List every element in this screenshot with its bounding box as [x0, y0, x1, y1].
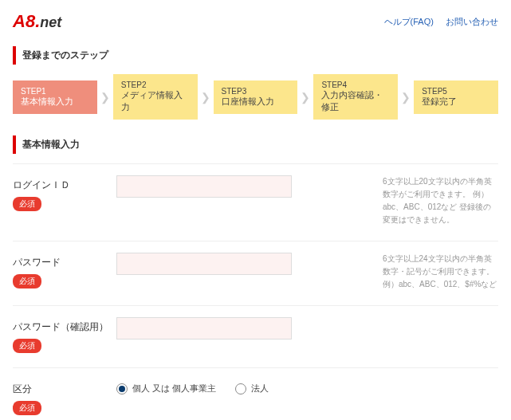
step-num: STEP3	[222, 87, 290, 96]
chevron-right-icon: ❯	[201, 91, 210, 104]
step-num: STEP2	[121, 80, 190, 89]
required-badge: 必須	[13, 197, 41, 211]
label-col: パスワード 必須	[13, 253, 116, 291]
label-password: パスワード	[13, 256, 116, 269]
input-col	[116, 175, 375, 226]
contact-link[interactable]: お問い合わせ	[446, 17, 498, 26]
step-label: メディア情報入力	[121, 90, 183, 112]
logo-a8: A8	[13, 11, 35, 31]
hint-password: 6文字以上24文字以内の半角英数字・記号がご利用できます。 例）abc、ABC、…	[375, 253, 498, 291]
input-col	[116, 317, 375, 353]
radio-icon	[116, 383, 128, 394]
input-col	[116, 253, 375, 291]
password-input[interactable]	[116, 253, 292, 275]
input-col: 個人 又は 個人事業主 法人	[116, 379, 375, 415]
step-5: STEP5 登録完了	[414, 80, 498, 114]
step-label: 入力内容確認・修正	[321, 90, 383, 112]
label-col: ログインＩＤ 必須	[13, 175, 116, 226]
radio-row: 個人 又は 個人事業主 法人	[116, 379, 375, 394]
steps-title: 登録までのステップ	[13, 46, 498, 65]
step-num: STEP5	[422, 87, 490, 96]
step-2: STEP2 メディア情報入力	[113, 74, 198, 120]
chevron-right-icon: ❯	[301, 91, 310, 104]
step-3: STEP3 口座情報入力	[214, 80, 298, 114]
label-category: 区分	[13, 383, 116, 396]
logo-net: net	[40, 14, 61, 30]
chevron-right-icon: ❯	[100, 91, 110, 104]
radio-individual[interactable]: 個人 又は 個人事業主	[116, 383, 216, 394]
radio-label: 個人 又は 個人事業主	[132, 383, 216, 394]
logo: A8.net	[13, 11, 61, 32]
step-num: STEP1	[21, 87, 89, 96]
hint	[375, 317, 498, 353]
step-label: 登録完了	[422, 96, 457, 106]
radio-icon	[235, 383, 246, 394]
row-login-id: ログインＩＤ 必須 6文字以上20文字以内の半角英数字がご利用できます。 例）a…	[13, 163, 498, 241]
row-password: パスワード 必須 6文字以上24文字以内の半角英数字・記号がご利用できます。 例…	[13, 241, 498, 305]
step-label: 基本情報入力	[21, 96, 73, 106]
label-col: 区分 必須	[13, 379, 116, 415]
password-confirm-input[interactable]	[116, 317, 292, 340]
chevron-right-icon: ❯	[401, 91, 411, 104]
header: A8.net ヘルプ(FAQ) お問い合わせ	[13, 8, 498, 38]
required-badge: 必須	[13, 401, 41, 415]
label-login-id: ログインＩＤ	[13, 179, 116, 192]
required-badge: 必須	[13, 339, 41, 353]
help-link[interactable]: ヘルプ(FAQ)	[384, 17, 434, 26]
form-title: 基本情報入力	[13, 135, 498, 154]
radio-label: 法人	[251, 383, 269, 394]
step-num: STEP4	[321, 80, 390, 89]
step-4: STEP4 入力内容確認・修正	[313, 74, 398, 120]
steps-bar: STEP1 基本情報入力 ❯ STEP2 メディア情報入力 ❯ STEP3 口座…	[13, 74, 498, 120]
required-badge: 必須	[13, 274, 41, 289]
hint-login-id: 6文字以上20文字以内の半角英数字がご利用できます。 例）abc、ABC、012…	[375, 175, 498, 226]
row-password-confirm: パスワード（確認用） 必須	[13, 305, 498, 367]
label-password-confirm: パスワード（確認用）	[13, 320, 116, 334]
row-category: 区分 必須 個人 又は 個人事業主 法人	[13, 367, 498, 420]
top-links: ヘルプ(FAQ) お問い合わせ	[375, 16, 498, 28]
hint	[375, 379, 498, 415]
login-id-input[interactable]	[116, 175, 292, 198]
label-col: パスワード（確認用） 必須	[13, 317, 116, 353]
step-1: STEP1 基本情報入力	[13, 80, 97, 114]
radio-corporation[interactable]: 法人	[235, 383, 269, 394]
step-label: 口座情報入力	[222, 96, 274, 106]
